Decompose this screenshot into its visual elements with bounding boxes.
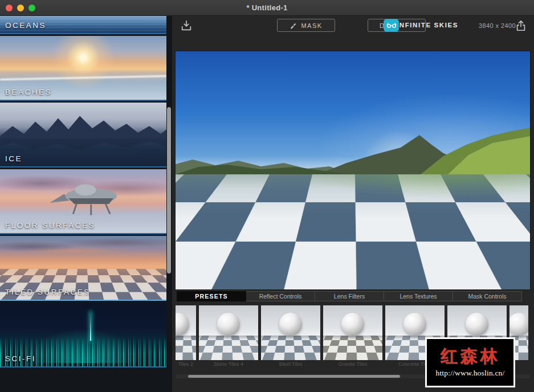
sidebar-item-oceans[interactable]: OCEANS — [0, 16, 166, 34]
preview-canvas[interactable] — [176, 51, 530, 289]
sphere-graphic — [403, 313, 426, 336]
checker-floor-graphic — [176, 174, 530, 289]
close-button[interactable] — [6, 5, 13, 11]
preset-thumbnail — [323, 305, 382, 360]
category-label: SCI-FI — [5, 354, 36, 363]
preset-name: Tiles 2 — [176, 360, 196, 369]
sphere-graphic — [466, 313, 488, 336]
tower-spike-graphic — [90, 312, 91, 341]
preset-item[interactable]: Tiles 2 — [176, 305, 196, 370]
window-title: * Untitled-1 — [246, 3, 287, 12]
sphere-graphic — [217, 313, 240, 336]
glasses-icon — [386, 22, 397, 28]
ice-thumbnail — [0, 103, 166, 166]
resolution-label: 3840 x 2400 — [479, 22, 516, 29]
preset-name: Steel Tiles — [261, 360, 320, 369]
preset-name: Granite Tiles — [323, 360, 382, 369]
sidebar-item-floor-surfaces[interactable]: FLOOR SURFACES — [0, 169, 166, 234]
category-label: OCEANS — [5, 21, 46, 30]
main-panel: MASK DESCRIBE INFINITE SKIES 3840 x 2400 — [172, 16, 534, 392]
tab-lens-textures[interactable]: Lens Textures — [384, 291, 453, 301]
watermark-url: http://www.hoslin.cn/ — [435, 369, 504, 378]
mask-button-label: MASK — [301, 22, 322, 29]
ice-mountains-graphic — [0, 103, 166, 166]
category-label: ICE — [5, 154, 22, 163]
sphere-graphic — [279, 313, 302, 336]
category-label: BEACHES — [5, 88, 52, 96]
tab-lens-filters[interactable]: Lens Filters — [315, 291, 384, 301]
sphere-graphic — [341, 313, 364, 336]
export-share-icon[interactable] — [515, 19, 527, 32]
sunset-clouds-graphic — [0, 236, 166, 269]
sidebar-item-sci-fi[interactable]: SCI-FI — [0, 303, 166, 368]
sidebar-scrollbar-thumb[interactable] — [167, 107, 171, 273]
surf-line-graphic — [0, 75, 166, 80]
preset-item[interactable]: Granite Tiles — [323, 305, 382, 370]
import-icon[interactable] — [180, 19, 193, 32]
ai-glasses-badge-icon[interactable] — [384, 19, 399, 32]
brush-icon — [290, 22, 297, 29]
sidebar-item-tiled-surfaces[interactable]: TILED SURFACES — [0, 236, 166, 301]
mask-button[interactable]: MASK — [277, 19, 335, 32]
watermark: 红森林 http://www.hoslin.cn/ — [425, 337, 515, 387]
brand-label: INFINITE SKIES — [397, 22, 458, 28]
preset-item[interactable]: Steel Tiles — [261, 305, 320, 370]
zoom-button[interactable] — [28, 5, 35, 11]
category-label: TILED SURFACES — [5, 288, 91, 296]
tab-presets[interactable]: PRESETS — [177, 291, 246, 301]
preset-thumbnail — [261, 305, 320, 360]
preset-thumbnail — [199, 305, 258, 360]
traffic-lights — [6, 5, 35, 11]
sidebar-item-beaches[interactable]: BEACHES — [0, 36, 166, 101]
category-sidebar: OCEANS BEACHES ICE — [0, 16, 172, 392]
sphere-graphic — [509, 313, 528, 336]
sidebar-item-ice[interactable]: ICE — [0, 103, 166, 168]
minimize-button[interactable] — [17, 5, 24, 11]
tab-mask-controls[interactable]: Mask Controls — [453, 291, 522, 301]
watermark-title: 红森林 — [441, 348, 500, 365]
preset-scrollbar-thumb[interactable] — [188, 375, 400, 378]
preset-thumbnail — [176, 305, 196, 360]
tab-reflect-controls[interactable]: Reflect Controls — [246, 291, 315, 301]
preset-name: Stone Tiles 4 — [199, 360, 258, 369]
app-window: * Untitled-1 OCEANS BEACHES ICE — [0, 0, 534, 392]
preset-item[interactable]: Stone Tiles 4 — [199, 305, 258, 370]
category-label: FLOOR SURFACES — [5, 221, 95, 230]
control-tabs: PRESETS Reflect Controls Lens Filters Le… — [177, 291, 522, 301]
titlebar: * Untitled-1 — [0, 0, 534, 16]
